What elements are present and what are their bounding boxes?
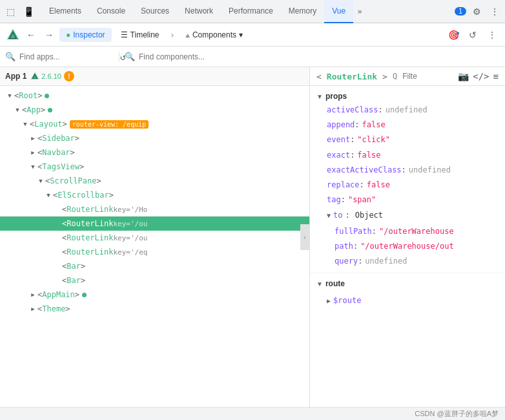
right-panel: < RouterLink > Q 📷 </> ≡ ▼ props activeC…: [310, 67, 505, 407]
prop-tag: tag : "span": [316, 193, 499, 207]
toggle-scrollpane[interactable]: ▼: [36, 178, 45, 184]
app-name: App 1: [5, 72, 26, 81]
toggle-layout[interactable]: ▼: [21, 121, 30, 127]
search-apps-container: 🔍 ↺: [0, 52, 119, 62]
tab-vue[interactable]: Vue: [324, 0, 353, 23]
tab-timeline[interactable]: ☰ Timeline: [114, 28, 166, 42]
bottom-text: CSDN @蓝胖子的多啦A梦: [415, 409, 499, 419]
tree-node-tagsview[interactable]: ▼ < TagsView >: [0, 160, 309, 174]
right-panel-header: < RouterLink > Q 📷 </> ≡: [310, 67, 505, 86]
component-tree: ▼ < Root > ▼ < App > ▼ < Layout: [0, 86, 309, 319]
back-button[interactable]: ←: [23, 27, 39, 43]
tree-node-bar2[interactable]: < Bar >: [0, 273, 309, 288]
vue-logo: [5, 27, 21, 43]
route-header[interactable]: ▼ route: [316, 277, 499, 290]
prop-event: event : "click": [316, 132, 499, 147]
menu-icon[interactable]: ≡: [493, 71, 499, 81]
tab-icons-left: ⬚ 📱: [3, 4, 36, 19]
tree-node-scrollpane[interactable]: ▼ < ScrollPane >: [0, 174, 309, 188]
tree-node-app[interactable]: ▼ < App >: [0, 103, 309, 117]
route-sub-expandable[interactable]: ▶ $route: [316, 293, 499, 309]
route-section: ▼ route ▶ $route: [310, 273, 505, 313]
tab-more[interactable]: »: [353, 5, 366, 18]
screenshot-icon[interactable]: 📷: [458, 71, 469, 81]
root-dot: [45, 94, 49, 98]
tree-node-routerlink4[interactable]: < RouterLink key='/eq: [0, 245, 309, 259]
tab-sources[interactable]: Sources: [133, 0, 177, 23]
settings-icon[interactable]: ⚙: [469, 4, 484, 19]
tree-node-elscrollbar[interactable]: ▼ < ElScrollbar >: [0, 188, 309, 202]
header-bracket-open: <: [316, 72, 322, 81]
target-icon[interactable]: 🎯: [446, 27, 461, 43]
tree-node-theme[interactable]: ▶ < Theme >: [0, 302, 309, 316]
main-content: App 1 2.6.10 ! ▼ < Root >: [0, 67, 505, 407]
tree-node-sidebar[interactable]: ▶ < Sidebar >: [0, 131, 309, 145]
filter-input[interactable]: [402, 72, 441, 81]
toggle-tagsview[interactable]: ▼: [28, 163, 37, 170]
tab-inspector[interactable]: ● Inspector: [59, 28, 112, 42]
devtools-tab-bar: ⬚ 📱 Elements Console Sources Network Per…: [0, 0, 505, 23]
tab-network[interactable]: Network: [177, 0, 221, 23]
overflow-icon[interactable]: ⋮: [484, 27, 500, 43]
cursor-icon[interactable]: ⬚: [3, 4, 18, 19]
timeline-label: Timeline: [130, 30, 160, 39]
tree-node-routerlink3[interactable]: < RouterLink key='/ou: [0, 231, 309, 245]
inspector-label: Inspector: [73, 30, 105, 39]
toggle-navbar[interactable]: ▶: [28, 149, 37, 156]
header-bracket-close: >: [382, 72, 387, 81]
bottom-bar: CSDN @蓝胖子的多啦A梦: [0, 407, 505, 420]
prop-path: path : "/outerWarehouse/out: [316, 239, 499, 254]
props-toggle: ▼: [316, 93, 323, 100]
tab-performance[interactable]: Performance: [221, 0, 281, 23]
search-components-container: 🔍: [119, 52, 505, 61]
toggle-appmain[interactable]: ▶: [28, 291, 37, 298]
toggle-theme[interactable]: ▶: [28, 306, 37, 312]
forward-button[interactable]: →: [41, 27, 57, 43]
refresh-icon[interactable]: ↺: [465, 27, 480, 43]
search-apps-input[interactable]: [19, 52, 116, 61]
tab-components[interactable]: ⟁ Components ▾: [179, 28, 249, 42]
prop-to-expandable[interactable]: ▼ to : Object: [316, 207, 499, 224]
more-icon[interactable]: ⋮: [487, 4, 502, 19]
app-version: 2.6.10: [30, 72, 61, 81]
toggle-root[interactable]: ▼: [5, 92, 14, 99]
tree-node-routerlink2-selected[interactable]: < RouterLink key='/ou: [0, 216, 309, 231]
props-section: ▼ props activeClass : undefined append :…: [310, 86, 505, 273]
search-row: 🔍 ↺ 🔍: [0, 47, 505, 67]
toolbar-separator: ›: [169, 30, 176, 40]
appmain-dot: [82, 293, 87, 297]
dropdown-icon: ▾: [239, 30, 243, 39]
device-icon[interactable]: 📱: [21, 4, 36, 19]
toggle-app[interactable]: ▼: [13, 107, 22, 113]
tree-node-navbar[interactable]: ▶ < Navbar >: [0, 145, 309, 160]
toolbar-right: 🎯 ↺ ⋮: [446, 27, 500, 43]
notification-badge: 1: [455, 7, 466, 16]
toggle-elscrollbar[interactable]: ▼: [44, 192, 53, 198]
tree-node-bar1[interactable]: < Bar >: [0, 259, 309, 273]
tree-node-routerlink1[interactable]: < RouterLink key='/Ho: [0, 202, 309, 216]
prop-activeclass: activeClass : undefined: [316, 103, 499, 118]
collapse-handle[interactable]: ‹: [300, 224, 309, 250]
tree-node-root[interactable]: ▼ < Root >: [0, 89, 309, 103]
toggle-sidebar[interactable]: ▶: [28, 135, 37, 142]
layout-highlight: router-view: /equip: [70, 120, 149, 129]
route-toggle: ▼: [316, 280, 323, 288]
filter-separator: Q: [393, 72, 397, 81]
search-components-icon: 🔍: [125, 52, 135, 61]
tab-memory[interactable]: Memory: [281, 0, 324, 23]
search-components-input[interactable]: [139, 52, 500, 61]
tab-elements[interactable]: Elements: [41, 0, 89, 23]
left-panel: App 1 2.6.10 ! ▼ < Root >: [0, 67, 310, 407]
code-icon[interactable]: </>: [473, 71, 489, 81]
prop-exactactiveclass: exactActiveClass : undefined: [316, 163, 499, 178]
to-expand-arrow: ▼: [327, 211, 331, 221]
tree-node-layout[interactable]: ▼ < Layout > router-view: /equip: [0, 117, 309, 131]
app-header: App 1 2.6.10 !: [0, 67, 309, 86]
tree-node-appmain[interactable]: ▶ < AppMain >: [0, 288, 309, 302]
props-header[interactable]: ▼ props: [316, 90, 499, 103]
tab-console[interactable]: Console: [89, 0, 133, 23]
vue-toolbar: ← → ● Inspector ☰ Timeline › ⟁ Component…: [0, 23, 505, 47]
components-label: Components: [192, 30, 236, 39]
prop-query: query : undefined: [316, 254, 499, 269]
timeline-icon: ☰: [121, 30, 128, 39]
